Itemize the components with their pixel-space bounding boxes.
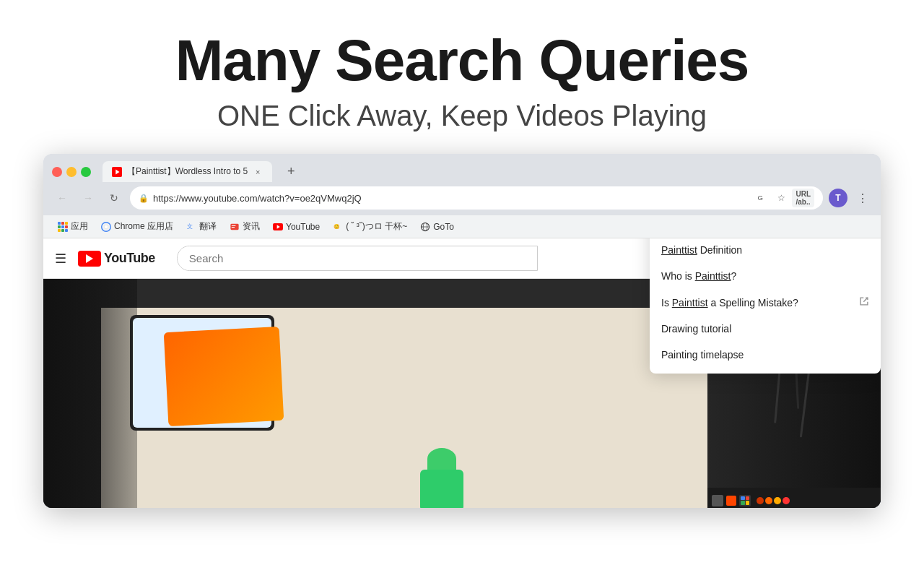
- new-tab-button[interactable]: +: [281, 162, 301, 182]
- yt-logo[interactable]: YouTube: [78, 251, 155, 267]
- yt-logo-icon: [78, 251, 101, 267]
- star-icon[interactable]: ☆: [773, 190, 789, 206]
- popup-item-5[interactable]: Painting timelapse: [650, 342, 881, 368]
- popup-item-2[interactable]: Who is Painttist?: [650, 263, 881, 289]
- emoji-icon: 😊: [333, 222, 343, 232]
- hero-title: Many Search Queries: [14, 29, 910, 92]
- youtube-bm-icon: [273, 222, 283, 232]
- url-label-button[interactable]: URL/ab..: [792, 189, 814, 207]
- address-bar[interactable]: 🔒 https://www.youtube.com/watch?v=oe2qVM…: [130, 186, 823, 210]
- tab-title: 【Painttist】Wordless Intro to 5: [127, 165, 248, 178]
- bookmark-youtube[interactable]: YouTube: [267, 220, 326, 234]
- bookmark-translate[interactable]: 文 翻译: [180, 218, 222, 235]
- hero-subtitle: ONE Click Away, Keep Videos Playing: [14, 100, 910, 132]
- popup-item-3-text: Is Painttist a Spelling Mistake?: [661, 297, 859, 309]
- title-bar: 【Painttist】Wordless Intro to 5 × +: [43, 154, 881, 182]
- bookmark-chrome-store[interactable]: Chrome 应用店: [95, 218, 179, 235]
- maximize-button[interactable]: [81, 167, 91, 177]
- popup-overlay: Youtube Search ˅ Painttist Definition Wh…: [635, 238, 881, 508]
- forward-button[interactable]: →: [78, 188, 98, 208]
- bookmarks-bar: 应用 Chrome 应用店 文 翻译: [43, 215, 881, 238]
- translate-bm-icon: 文: [186, 222, 196, 232]
- popup-item-1[interactable]: Painttist Definition: [650, 238, 881, 263]
- svg-rect-7: [232, 225, 236, 225]
- browser-menu-button[interactable]: ⋮: [853, 189, 872, 207]
- bookmark-news-label: 资讯: [243, 220, 260, 233]
- chrome-icon: [101, 222, 111, 232]
- bookmark-emoji-label: ( ˘ ³˘)つロ 干杯~: [346, 220, 407, 233]
- hero-section: Many Search Queries ONE Click Away, Keep…: [0, 0, 924, 154]
- yt-search-bar[interactable]: [177, 246, 538, 271]
- translate-icon[interactable]: G: [754, 190, 770, 206]
- popup-item-3[interactable]: Is Painttist a Spelling Mistake?: [650, 289, 881, 316]
- globe-icon: [420, 222, 430, 232]
- svg-text:G: G: [758, 194, 763, 202]
- close-button[interactable]: [52, 167, 62, 177]
- bookmark-goto-label: GoTo: [433, 222, 454, 232]
- svg-line-15: [863, 298, 868, 302]
- popup-item-4[interactable]: Drawing tutorial: [650, 316, 881, 342]
- orange-shape: [164, 327, 284, 426]
- video-dark-left: [43, 279, 137, 508]
- bookmark-youtube-label: YouTube: [286, 222, 320, 232]
- lock-icon: 🔒: [139, 194, 149, 203]
- tab-favicon: [111, 166, 123, 178]
- external-link-icon: [859, 296, 869, 309]
- bookmark-chrome-label: Chrome 应用店: [114, 220, 173, 233]
- back-button[interactable]: ←: [52, 188, 72, 208]
- profile-avatar[interactable]: T: [829, 189, 847, 207]
- window-buttons: [52, 167, 91, 177]
- address-bar-row: ← → ↻ 🔒 https://www.youtube.com/watch?v=…: [43, 182, 881, 215]
- active-tab[interactable]: 【Painttist】Wordless Intro to 5 ×: [103, 161, 272, 182]
- minimize-button[interactable]: [66, 167, 77, 177]
- popup-item-1-text: Painttist Definition: [661, 244, 869, 256]
- svg-text:😊: 😊: [334, 223, 340, 230]
- reload-button[interactable]: ↻: [104, 188, 124, 208]
- bookmark-goto[interactable]: GoTo: [414, 220, 460, 234]
- popup-list: Painttist Definition Who is Painttist? I…: [650, 238, 881, 374]
- yt-search-input[interactable]: [178, 246, 537, 270]
- popup-panel: Youtube Search ˅ Painttist Definition Wh…: [650, 238, 881, 374]
- news-icon: [230, 222, 240, 232]
- bookmark-emoji[interactable]: 😊 ( ˘ ³˘)つロ 干杯~: [327, 218, 413, 235]
- popup-item-2-text: Who is Painttist?: [661, 270, 869, 282]
- yt-menu-icon[interactable]: ☰: [55, 251, 66, 267]
- popup-item-4-text: Drawing tutorial: [661, 323, 869, 335]
- svg-rect-8: [232, 227, 235, 228]
- apps-icon: [58, 222, 68, 232]
- tab-close-button[interactable]: ×: [252, 166, 263, 178]
- url-text: https://www.youtube.com/watch?v=oe2qVMwq…: [153, 193, 750, 204]
- bookmark-apps-label: 应用: [71, 220, 88, 233]
- green-character: [420, 448, 463, 506]
- bookmark-apps[interactable]: 应用: [52, 218, 94, 235]
- address-bar-icons: G ☆ URL/ab..: [754, 189, 814, 207]
- svg-point-4: [104, 225, 108, 229]
- yt-logo-text: YouTube: [104, 251, 155, 266]
- page-content: ☰ YouTube T: [43, 238, 881, 508]
- bookmark-news[interactable]: 资讯: [224, 218, 266, 235]
- popup-item-5-text: Painting timelapse: [661, 349, 869, 361]
- browser-chrome: 【Painttist】Wordless Intro to 5 × + ← → ↻…: [43, 154, 881, 238]
- browser-window: 【Painttist】Wordless Intro to 5 × + ← → ↻…: [43, 154, 881, 508]
- bookmark-translate-label: 翻译: [199, 220, 217, 233]
- svg-text:文: 文: [187, 223, 193, 230]
